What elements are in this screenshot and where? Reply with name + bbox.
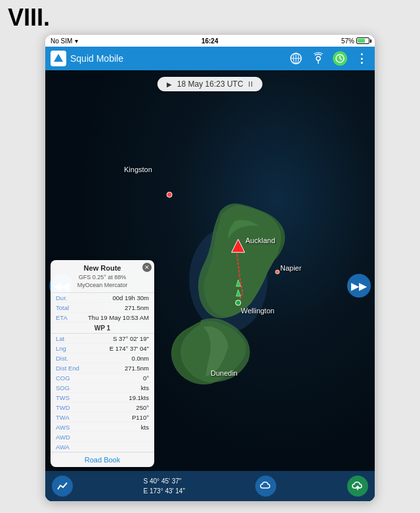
sog-row: SOG kts <box>51 383 154 393</box>
status-right: 57% <box>341 37 369 45</box>
device-frame: No SIM ▾ 16:24 57% Squid Mobile <box>45 34 375 502</box>
cloud-upload-button[interactable] <box>347 476 368 497</box>
app-title: Squid Mobile <box>70 53 284 64</box>
status-left: No SIM ▾ <box>51 37 78 45</box>
carrier-label: No SIM <box>51 37 72 45</box>
road-book-button[interactable]: Road Book <box>51 452 154 467</box>
coordinates-display: S 40° 45' 37" E 173° 43' 14" <box>144 476 185 496</box>
napier-label: Napier <box>280 264 301 272</box>
status-time: 16:24 <box>201 37 219 45</box>
app-header: Squid Mobile ⋮ <box>45 47 375 70</box>
lng-value: E 174° 37' 04" <box>110 345 149 352</box>
twd-row: TWD 250° <box>51 403 154 413</box>
twa-label: TWA <box>56 414 82 421</box>
dist-value: 0.0nm <box>132 355 149 362</box>
fastforward-button[interactable]: ▶▶ <box>347 274 371 298</box>
coord-lat: S 40° 45' 37" <box>144 476 185 486</box>
dur-row: Dur. 00d 19h 30m <box>51 293 154 303</box>
wp-header: WP 1 <box>51 323 154 334</box>
globe-icon[interactable] <box>288 51 304 66</box>
bottom-bar: S 40° 45' 37" E 173° 43' 14" <box>45 471 375 501</box>
auckland-label: Auckland <box>245 236 275 244</box>
dur-value: 00d 19h 30m <box>113 294 149 301</box>
battery-pct: 57% <box>341 37 354 45</box>
wellington-label: Wellington <box>241 307 274 315</box>
cog-value: 0° <box>143 374 149 382</box>
total-value: 271.5nm <box>125 304 149 311</box>
dur-label: Dur. <box>56 294 82 301</box>
aws-row: AWS kts <box>51 422 154 432</box>
svg-marker-0 <box>54 54 63 62</box>
lat-label: Lat <box>56 335 82 342</box>
chapter-heading: VIII. <box>0 0 420 35</box>
battery-fill <box>358 39 365 43</box>
tws-value: 19.1kts <box>129 394 149 401</box>
playback-datetime: 18 May 16:23 UTC <box>177 79 243 89</box>
dist-row: Dist. 0.0nm <box>51 353 154 363</box>
sog-label: SOG <box>56 384 82 391</box>
awa-row: AWA <box>51 442 154 452</box>
wifi-icon: ▾ <box>75 37 78 45</box>
awd-row: AWD <box>51 432 154 442</box>
more-icon[interactable]: ⋮ <box>354 51 369 66</box>
lat-row: Lat S 37° 02' 19" <box>51 334 154 344</box>
svg-point-17 <box>276 270 280 274</box>
dist-end-row: Dist End 271.5nm <box>51 363 154 373</box>
dunedin-label: Dunedin <box>211 369 238 377</box>
header-icons: ⋮ <box>288 51 369 66</box>
panel-close-button[interactable]: ✕ <box>142 263 152 272</box>
panel-title: New Route <box>51 260 154 273</box>
pause-icon[interactable]: II <box>249 81 254 88</box>
lat-value: S 37° 02' 19" <box>113 335 149 342</box>
twd-label: TWD <box>56 404 82 411</box>
aws-value: kts <box>141 424 149 431</box>
app-logo <box>51 51 66 66</box>
tws-row: TWS 19.1kts <box>51 393 154 403</box>
map-area: ▶ 18 May 16:23 UTC II Kingston Auckland … <box>45 70 375 501</box>
dist-end-label: Dist End <box>56 365 82 372</box>
total-label: Total <box>56 304 82 311</box>
svg-point-13 <box>236 300 241 305</box>
panel-subtitle: GFS 0.25° at 88% MyOcean Mercator <box>51 273 154 293</box>
antenna-icon[interactable] <box>310 51 326 66</box>
cog-row: COG 0° <box>51 373 154 383</box>
eta-value: Thu 19 May 10:53 AM <box>88 314 149 321</box>
coord-lng: E 173° 43' 14" <box>144 486 185 496</box>
svg-point-16 <box>167 192 172 197</box>
dist-end-value: 271.5nm <box>125 365 149 372</box>
cog-label: COG <box>56 374 82 382</box>
aws-label: AWS <box>56 424 82 431</box>
kingston-label: Kingston <box>124 166 152 173</box>
status-bar: No SIM ▾ 16:24 57% <box>45 35 375 47</box>
battery-icon <box>356 37 369 44</box>
fastforward-icon: ▶▶ <box>351 280 367 292</box>
eta-row: ETA Thu 19 May 10:53 AM <box>51 313 154 323</box>
awd-label: AWD <box>56 434 82 441</box>
awa-label: AWA <box>56 443 82 451</box>
play-icon[interactable]: ▶ <box>167 81 172 88</box>
sog-value: kts <box>141 384 149 391</box>
svg-line-9 <box>340 58 342 60</box>
tws-label: TWS <box>56 394 82 401</box>
clock-icon[interactable] <box>333 51 347 66</box>
playback-bar[interactable]: ▶ 18 May 16:23 UTC II <box>158 77 262 91</box>
twa-value: P110° <box>132 414 149 421</box>
lng-row: Lng E 174° 37' 04" <box>51 344 154 353</box>
total-row: Total 271.5nm <box>51 303 154 313</box>
dist-label: Dist. <box>56 355 82 362</box>
twd-value: 250° <box>136 404 149 411</box>
chart-button[interactable] <box>52 476 73 497</box>
eta-label: ETA <box>56 314 82 321</box>
svg-point-5 <box>316 56 320 60</box>
cloud-button[interactable] <box>255 476 276 497</box>
twa-row: TWA P110° <box>51 413 154 422</box>
lng-label: Lng <box>56 345 82 352</box>
info-panel: ✕ New Route GFS 0.25° at 88% MyOcean Mer… <box>51 260 154 467</box>
